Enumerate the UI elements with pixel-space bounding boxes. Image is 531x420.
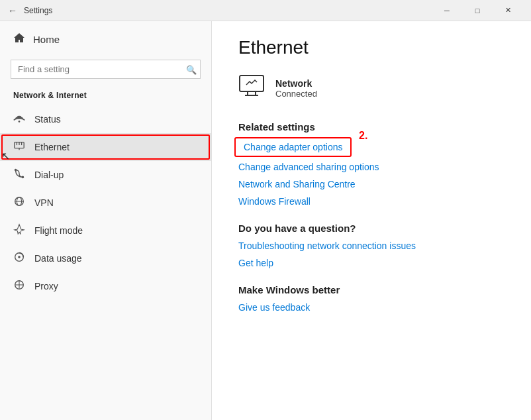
svg-point-12 bbox=[18, 256, 21, 258]
sidebar-search-box[interactable]: 🔍 bbox=[11, 60, 201, 79]
maximize-button[interactable]: □ bbox=[462, 0, 493, 21]
network-status-card: Network Connected bbox=[238, 74, 505, 103]
main-layout: Home 🔍 Network & Internet Status 1. bbox=[0, 21, 531, 420]
sidebar: Home 🔍 Network & Internet Status 1. bbox=[0, 21, 212, 420]
sidebar-item-proxy-label: Proxy bbox=[34, 281, 58, 291]
get-help-link[interactable]: Get help bbox=[238, 258, 505, 268]
annotation-2: 2. bbox=[359, 130, 367, 142]
window-controls: ─ □ ✕ bbox=[432, 0, 523, 21]
titlebar-title: Settings bbox=[24, 6, 432, 15]
change-adapter-wrapper: Change adapter options 2. bbox=[238, 139, 348, 155]
sidebar-item-dialup[interactable]: Dial-up bbox=[0, 161, 211, 189]
sidebar-home-button[interactable]: Home bbox=[0, 21, 211, 57]
network-monitor-icon bbox=[238, 74, 265, 103]
search-icon[interactable]: 🔍 bbox=[186, 64, 197, 74]
feedback-link[interactable]: Give us feedback bbox=[238, 302, 505, 313]
page-title: Ethernet bbox=[238, 37, 505, 58]
sidebar-item-data-label: Data usage bbox=[34, 253, 82, 264]
sidebar-section-title: Network & Internet bbox=[0, 87, 211, 105]
windows-better-section: Make Windows better Give us feedback bbox=[238, 284, 505, 313]
sidebar-item-ethernet[interactable]: 1. Ethernet ↖ bbox=[0, 133, 211, 161]
change-adapter-link[interactable]: Change adapter options bbox=[238, 139, 348, 155]
troubleshoot-link[interactable]: Troubleshooting network connection issue… bbox=[238, 240, 505, 251]
sidebar-item-ethernet-label: Ethernet bbox=[34, 142, 70, 152]
network-info: Network Connected bbox=[275, 78, 317, 99]
svg-point-0 bbox=[19, 121, 21, 123]
related-settings-heading: Related settings bbox=[238, 121, 505, 132]
data-icon bbox=[13, 251, 25, 266]
change-sharing-link[interactable]: Change advanced sharing options bbox=[238, 162, 505, 172]
content-area: Ethernet Network Connected Related setti… bbox=[212, 21, 531, 420]
sidebar-item-status-label: Status bbox=[34, 114, 61, 125]
sidebar-home-label: Home bbox=[33, 34, 60, 45]
sidebar-item-vpn-label: VPN bbox=[34, 197, 54, 208]
sidebar-item-status[interactable]: Status bbox=[0, 105, 211, 133]
search-input[interactable] bbox=[11, 60, 201, 79]
close-button[interactable]: ✕ bbox=[493, 0, 523, 21]
svg-point-7 bbox=[22, 176, 24, 179]
network-sharing-link[interactable]: Network and Sharing Centre bbox=[238, 179, 505, 189]
network-status: Connected bbox=[275, 89, 317, 99]
windows-better-heading: Make Windows better bbox=[238, 284, 505, 295]
sidebar-item-proxy[interactable]: Proxy bbox=[0, 272, 211, 300]
vpn-icon bbox=[13, 195, 25, 210]
back-button[interactable]: ← bbox=[8, 5, 17, 16]
proxy-icon bbox=[13, 279, 25, 293]
ethernet-icon bbox=[13, 140, 25, 154]
sidebar-item-vpn[interactable]: VPN bbox=[0, 189, 211, 217]
sidebar-item-data[interactable]: Data usage bbox=[0, 244, 211, 272]
sidebar-item-flight-label: Flight mode bbox=[34, 225, 83, 236]
related-settings-section: Related settings Change adapter options … bbox=[238, 121, 505, 207]
titlebar: ← Settings ─ □ ✕ bbox=[0, 0, 531, 21]
sidebar-item-dialup-label: Dial-up bbox=[34, 170, 64, 180]
svg-point-6 bbox=[15, 169, 17, 172]
home-icon bbox=[13, 32, 25, 46]
network-name: Network bbox=[275, 78, 317, 89]
status-icon bbox=[13, 112, 25, 127]
question-section: Do you have a question? Troubleshooting … bbox=[238, 223, 505, 268]
sidebar-item-flight[interactable]: Flight mode bbox=[0, 217, 211, 244]
firewall-link[interactable]: Windows Firewall bbox=[238, 196, 505, 207]
flight-icon bbox=[13, 223, 25, 238]
dialup-icon bbox=[13, 168, 25, 182]
minimize-button[interactable]: ─ bbox=[432, 0, 462, 21]
question-heading: Do you have a question? bbox=[238, 223, 505, 234]
